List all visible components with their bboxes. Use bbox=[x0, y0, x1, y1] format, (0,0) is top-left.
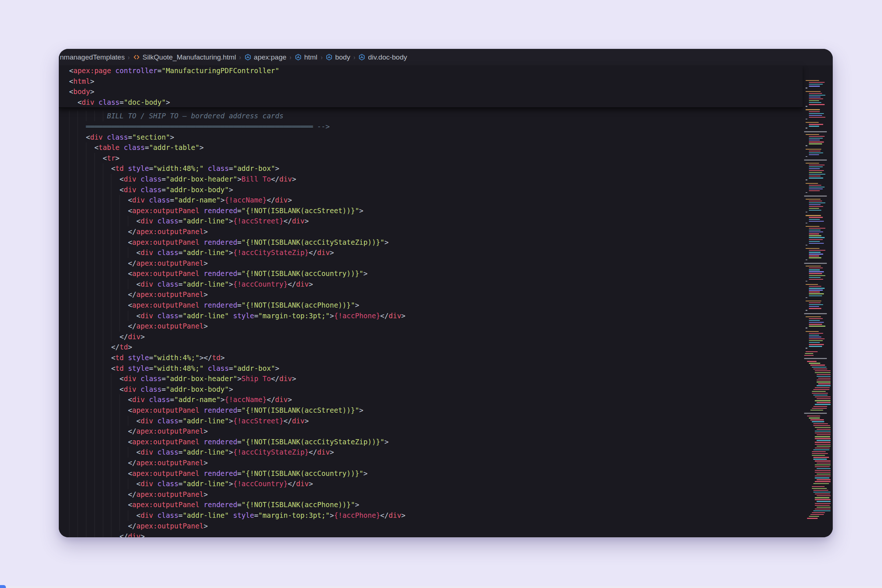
breadcrumb-item-div-doc-body[interactable]: div.doc-body bbox=[358, 53, 407, 62]
code-line[interactable]: <div class="addr-name">{!accName}</div> bbox=[69, 195, 833, 206]
breadcrumb-item-file[interactable]: SilkQuote_Manufacturing.html bbox=[133, 53, 236, 62]
minimap-line bbox=[806, 348, 807, 348]
code-line[interactable]: </apex:outputPanel> bbox=[69, 489, 833, 500]
minimap-line bbox=[809, 243, 824, 244]
sticky-line[interactable]: <body> bbox=[69, 86, 802, 97]
code-line[interactable]: <apex:outputPanel rendered="{!NOT(ISBLAN… bbox=[69, 405, 833, 416]
minimap-line bbox=[813, 369, 827, 369]
code-line[interactable]: </apex:outputPanel> bbox=[69, 258, 833, 268]
minimap-line bbox=[809, 235, 821, 236]
breadcrumb-item-apex-page[interactable]: apex:page bbox=[244, 53, 286, 62]
token-pun: = bbox=[178, 480, 182, 488]
code-line[interactable]: <div class="addr-name">{!accName}</div> bbox=[69, 394, 833, 405]
token-pun: > bbox=[401, 312, 405, 320]
code-line[interactable]: <div class="addr-line">{!accStreet}</div… bbox=[69, 216, 833, 226]
minimap-line bbox=[812, 391, 826, 392]
token-pun: </ bbox=[271, 375, 279, 382]
code-line[interactable]: </apex:outputPanel> bbox=[69, 521, 833, 531]
desktop-background: { "colors": { "pageBg": "#e9e6f8", "wind… bbox=[0, 0, 882, 588]
code-line[interactable]: <apex:outputPanel rendered="{!NOT(ISBLAN… bbox=[69, 268, 833, 279]
sticky-line[interactable]: <apex:page controller="ManufacturingPDFC… bbox=[69, 65, 802, 76]
sticky-line[interactable]: <html> bbox=[69, 76, 802, 87]
minimap-line bbox=[806, 331, 819, 332]
minimap-line bbox=[813, 423, 828, 424]
code-line[interactable]: <div class="addr-box-header">Bill To</di… bbox=[69, 174, 833, 184]
code-line[interactable]: ════════════════════════════════════════… bbox=[69, 121, 833, 132]
token-str: "{!NOT(ISBLANK(accCountry))}" bbox=[242, 269, 363, 278]
token-pun: < bbox=[111, 164, 115, 172]
code-line[interactable]: <apex:outputPanel rendered="{!NOT(ISBLAN… bbox=[69, 468, 833, 479]
token-tag: div bbox=[389, 312, 401, 320]
minimap-line bbox=[806, 297, 807, 298]
code-line[interactable]: </div> bbox=[69, 332, 833, 342]
code-line[interactable]: <tr> bbox=[69, 153, 833, 164]
code-line[interactable]: <div class="addr-line">{!accCityStateZip… bbox=[69, 248, 833, 258]
minimap-line bbox=[813, 406, 827, 407]
breadcrumb-symbol-label: div.doc-body bbox=[368, 53, 407, 62]
minimap-line bbox=[817, 507, 831, 507]
chevron-right-icon: › bbox=[290, 53, 291, 62]
minimap-line bbox=[809, 217, 823, 218]
code-line[interactable]: <apex:outputPanel rendered="{!NOT(ISBLAN… bbox=[69, 206, 833, 216]
token-pun: > bbox=[229, 186, 233, 194]
code-area[interactable]: BILL TO / SHIP TO — bordered address car… bbox=[59, 108, 833, 537]
token-pun: </ bbox=[128, 522, 136, 530]
breadcrumb-item-body[interactable]: body bbox=[326, 53, 350, 62]
token-pun: < bbox=[128, 438, 132, 446]
code-line[interactable]: <div class="addr-line">{!accCountry}</di… bbox=[69, 478, 833, 489]
minimap-line bbox=[809, 86, 820, 86]
code-line[interactable]: <td style="width:48%;" class="addr-box"> bbox=[69, 163, 833, 174]
minimap-line bbox=[809, 151, 820, 152]
token-pun: </ bbox=[111, 343, 119, 351]
breadcrumb-symbol-label: html bbox=[304, 53, 318, 62]
code-line[interactable]: <div class="section"> bbox=[69, 132, 833, 142]
code-line[interactable]: </div> bbox=[69, 531, 833, 537]
code-line[interactable]: <div class="addr-box-body"> bbox=[69, 184, 833, 195]
code-line[interactable]: <table class="addr-table"> bbox=[69, 142, 833, 153]
minimap-line bbox=[809, 136, 825, 137]
minimap[interactable] bbox=[804, 80, 831, 536]
code-line[interactable]: <div class="addr-line">{!accCountry}</di… bbox=[69, 279, 833, 290]
code-line[interactable]: </apex:outputPanel> bbox=[69, 289, 833, 300]
code-line[interactable]: <div class="addr-line" style="margin-top… bbox=[69, 310, 833, 321]
code-line[interactable]: <apex:outputPanel rendered="{!NOT(ISBLAN… bbox=[69, 436, 833, 447]
token-pun: > bbox=[204, 490, 208, 498]
html-file-icon bbox=[133, 54, 140, 61]
token-tag: div bbox=[317, 248, 330, 256]
token-str: "{!NOT(ISBLANK(accCityStateZip))}" bbox=[242, 238, 384, 246]
code-line[interactable]: BILL TO / SHIP TO — bordered address car… bbox=[69, 111, 833, 121]
minimap-line bbox=[809, 335, 819, 336]
minimap-line bbox=[809, 174, 825, 175]
minimap-line bbox=[809, 84, 823, 84]
code-line[interactable]: <td style="width:4%;"></td> bbox=[69, 352, 833, 363]
minimap-line bbox=[812, 455, 825, 456]
code-line[interactable]: <div class="addr-box-body"> bbox=[69, 384, 833, 395]
code-line[interactable]: <apex:outputPanel rendered="{!NOT(ISBLAN… bbox=[69, 500, 833, 510]
breadcrumb-item-html[interactable]: html bbox=[295, 53, 318, 62]
minimap-line bbox=[815, 497, 829, 498]
code-line[interactable]: <div class="addr-line" style="margin-top… bbox=[69, 510, 833, 521]
minimap-line bbox=[806, 149, 821, 150]
token-pun: </ bbox=[267, 196, 275, 204]
sticky-line[interactable]: <div class="doc-body"> bbox=[69, 97, 802, 108]
code-line[interactable]: <div class="addr-box-header">Ship To</di… bbox=[69, 374, 833, 384]
breadcrumb-item-folder[interactable]: nmanagedTemplates bbox=[60, 53, 124, 62]
screen-bottom-edge bbox=[0, 586, 882, 588]
token-pun: > bbox=[170, 133, 174, 141]
token-tag: div bbox=[140, 480, 153, 488]
code-line[interactable]: </apex:outputPanel> bbox=[69, 426, 833, 436]
minimap-line bbox=[813, 450, 830, 450]
code-line[interactable]: </td> bbox=[69, 342, 833, 352]
code-line[interactable]: </apex:outputPanel> bbox=[69, 321, 833, 332]
code-line[interactable]: </apex:outputPanel> bbox=[69, 226, 833, 237]
code-line[interactable]: <td style="width:48%;" class="addr-box"> bbox=[69, 363, 833, 374]
minimap-line bbox=[806, 183, 818, 184]
code-line[interactable]: <div class="addr-line">{!accCityStateZip… bbox=[69, 447, 833, 458]
code-line[interactable]: <apex:outputPanel rendered="{!NOT(ISBLAN… bbox=[69, 300, 833, 310]
minimap-line bbox=[806, 106, 807, 106]
code-line[interactable]: <div class="addr-line">{!accStreet}</div… bbox=[69, 416, 833, 426]
minimap-line bbox=[806, 163, 819, 164]
code-line[interactable]: </apex:outputPanel> bbox=[69, 458, 833, 468]
minimap-line bbox=[815, 477, 829, 478]
code-line[interactable]: <apex:outputPanel rendered="{!NOT(ISBLAN… bbox=[69, 237, 833, 248]
